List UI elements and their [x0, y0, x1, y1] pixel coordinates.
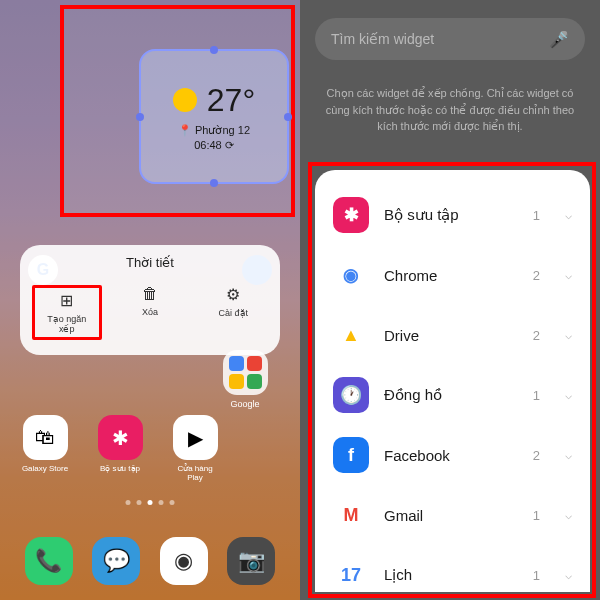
galaxy-store-app[interactable]: 🛍 Galaxy Store — [20, 415, 70, 485]
chevron-down-icon: ⌵ — [565, 328, 572, 342]
page-dot[interactable] — [126, 500, 131, 505]
widget-name: Gmail — [384, 507, 518, 524]
widget-count: 1 — [533, 388, 540, 403]
highlight-box-widget: 27° 📍 Phường 12 06:48 ⟳ — [60, 5, 295, 217]
location-text: 📍 Phường 12 — [178, 124, 250, 137]
app-icon: ◉ — [333, 257, 369, 293]
folder-label: Google — [230, 399, 259, 409]
chrome-app[interactable]: ◉ — [160, 537, 208, 585]
widget-count: 1 — [533, 568, 540, 583]
widget-count: 2 — [533, 268, 540, 283]
chevron-down-icon: ⌵ — [565, 508, 572, 522]
widget-list-item[interactable]: 🕐Đồng hồ1⌵ — [315, 365, 590, 425]
dock: 📞 💬 ◉ 📷 — [15, 537, 285, 585]
widget-picker-screen: Tìm kiếm widget 🎤 Chọn các widget để xếp… — [300, 0, 600, 600]
widget-list-item[interactable]: 17Lịch1⌵ — [315, 545, 590, 592]
widget-list-item[interactable]: MGmail1⌵ — [315, 485, 590, 545]
trash-icon: 🗑 — [142, 285, 158, 303]
widget-name: Facebook — [384, 447, 518, 464]
app-row: 🛍 Galaxy Store ✱ Bộ sưu tập ▶ Cửa hàng P… — [20, 415, 220, 485]
help-text: Chọn các widget để xếp chồng. Chỉ các wi… — [325, 85, 575, 135]
create-stack-button[interactable]: ⊞ Tạo ngăn xếp — [32, 285, 102, 340]
page-indicator — [126, 500, 175, 505]
menu-label: Cài đặt — [219, 308, 249, 318]
widget-name: Đồng hồ — [384, 386, 518, 404]
delete-button[interactable]: 🗑 Xóa — [115, 285, 185, 340]
app-icon: 17 — [333, 557, 369, 592]
widget-count: 2 — [533, 448, 540, 463]
chevron-down-icon: ⌵ — [565, 388, 572, 402]
widget-name: Drive — [384, 327, 518, 344]
menu-label: Xóa — [142, 307, 158, 317]
widget-name: Bộ sưu tập — [384, 206, 518, 224]
temperature: 27° — [207, 82, 255, 119]
app-icon: ▲ — [333, 317, 369, 353]
app-icon: M — [333, 497, 369, 533]
widget-name: Chrome — [384, 267, 518, 284]
camera-app[interactable]: 📷 — [227, 537, 275, 585]
messages-app[interactable]: 💬 — [92, 537, 140, 585]
page-dot[interactable] — [170, 500, 175, 505]
mic-icon[interactable]: 🎤 — [549, 30, 569, 49]
settings-button[interactable]: ⚙ Cài đặt — [198, 285, 268, 340]
page-dot[interactable] — [159, 500, 164, 505]
widget-list-item[interactable]: ◉Chrome2⌵ — [315, 245, 590, 305]
app-icon: f — [333, 437, 369, 473]
widget-panel: ✱Bộ sưu tập1⌵◉Chrome2⌵▲Drive2⌵🕐Đồng hồ1⌵… — [315, 170, 590, 592]
gallery-app[interactable]: ✱ Bộ sưu tập — [95, 415, 145, 485]
resize-handle-bottom[interactable] — [210, 179, 218, 187]
play-store-app[interactable]: ▶ Cửa hàng Play — [170, 415, 220, 485]
menu-row: ⊞ Tạo ngăn xếp 🗑 Xóa ⚙ Cài đặt — [20, 280, 280, 345]
widget-count: 2 — [533, 328, 540, 343]
menu-label: Tạo ngăn xếp — [43, 314, 91, 334]
chevron-down-icon: ⌵ — [565, 448, 572, 462]
weather-row: 27° — [173, 82, 255, 119]
time-text: 06:48 ⟳ — [194, 139, 234, 152]
chevron-down-icon: ⌵ — [565, 208, 572, 222]
widget-list-item[interactable]: ▲Drive2⌵ — [315, 305, 590, 365]
home-screen: 27° 📍 Phường 12 06:48 ⟳ G Thời tiết ⊞ Tạ… — [0, 0, 300, 600]
sun-icon — [173, 88, 197, 112]
page-dot-active[interactable] — [148, 500, 153, 505]
page-dot[interactable] — [137, 500, 142, 505]
resize-handle-top[interactable] — [210, 46, 218, 54]
widget-name: Lịch — [384, 566, 518, 584]
resize-handle-left[interactable] — [136, 113, 144, 121]
search-placeholder: Tìm kiếm widget — [331, 31, 549, 47]
google-folder[interactable]: Google — [220, 350, 270, 420]
search-bar[interactable]: Tìm kiếm widget 🎤 — [315, 18, 585, 60]
app-icon: 🕐 — [333, 377, 369, 413]
widget-count: 1 — [533, 208, 540, 223]
widget-context-menu: Thời tiết ⊞ Tạo ngăn xếp 🗑 Xóa ⚙ Cài đặt — [20, 245, 280, 355]
resize-handle-right[interactable] — [284, 113, 292, 121]
weather-widget[interactable]: 27° 📍 Phường 12 06:48 ⟳ — [139, 49, 289, 184]
widget-list-item[interactable]: fFacebook2⌵ — [315, 425, 590, 485]
gear-icon: ⚙ — [226, 285, 240, 304]
app-icon: ✱ — [333, 197, 369, 233]
phone-app[interactable]: 📞 — [25, 537, 73, 585]
menu-title: Thời tiết — [20, 255, 280, 270]
widget-count: 1 — [533, 508, 540, 523]
widget-list-item[interactable]: ✱Bộ sưu tập1⌵ — [315, 185, 590, 245]
plus-icon: ⊞ — [60, 291, 73, 310]
chevron-down-icon: ⌵ — [565, 268, 572, 282]
chevron-down-icon: ⌵ — [565, 568, 572, 582]
folder-icon — [223, 350, 268, 395]
